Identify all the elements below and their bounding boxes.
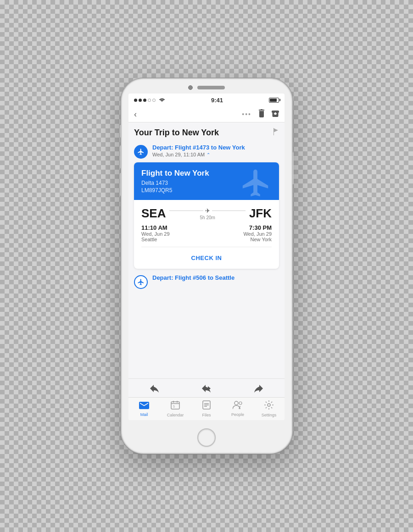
ticket-times: 11:10 AM Wed, Jun 29 Seattle 7:30 PM Wed… [141,224,272,242]
arrive-date: Wed, Jun 29 [243,231,272,237]
home-button[interactable] [197,428,216,447]
signal-dot-1 [134,99,137,102]
tab-settings-label: Settings [262,413,277,417]
home-button-area [122,425,292,453]
tab-people[interactable]: People [222,401,253,417]
trip-title: Your Trip to New York [134,128,219,138]
flight-1-item: Depart: Flight #1473 to New York Wed, Ju… [134,144,279,159]
departure-airport: SEA [141,206,166,221]
flight-duration: 5h 20m [200,215,215,220]
signal-dot-2 [139,99,142,102]
route-middle: ✈ 5h 20m [166,207,249,220]
volume-mute-button[interactable] [120,125,122,138]
reply-all-button[interactable] [198,382,215,395]
signal-area [134,97,165,103]
phone-top-bar [122,79,292,90]
ticket-header: Flight to New York Delta 1473 LM897JQR5 [134,162,279,200]
calendar-icon: 5 [171,400,180,412]
flight-2-icon [134,275,148,289]
nav-actions: ••• [242,109,279,119]
tab-files-label: Files [202,413,211,417]
battery-fill [270,99,277,102]
flag-icon[interactable] [273,128,279,137]
mail-icon [139,401,149,411]
people-icon [233,401,243,411]
flight-1-link[interactable]: Depart: Flight #1473 to New York [152,144,279,151]
back-button[interactable]: ‹ [134,110,137,119]
signal-dot-5 [152,99,156,102]
flight-1-icon [134,145,148,159]
ticket-divider [141,247,272,247]
phone-screen: 9:41 ‹ ••• [128,94,285,420]
main-content: Your Trip to New York Depart: Flight #14… [128,122,285,378]
tab-bar: Mail 5 Calendar [128,397,285,420]
svg-rect-0 [171,402,179,409]
forward-button[interactable] [250,382,267,395]
tab-people-label: People [231,412,244,417]
ticket-route: SEA ✈ 5h 20m JFK [141,206,272,221]
status-bar: 9:41 [128,94,285,106]
arrive-time-block: 7:30 PM Wed, Jun 29 New York [243,224,272,242]
arrival-airport: JFK [249,206,272,221]
tab-files[interactable]: Files [191,400,222,417]
flight-2-info: Depart: Flight #506 to Seattle [152,274,279,282]
power-button[interactable] [292,152,294,184]
battery-icon [269,98,279,103]
wifi-icon [159,97,165,103]
signal-dot-4 [148,99,151,102]
files-icon [202,400,211,412]
phone-shell: 9:41 ‹ ••• [121,78,293,454]
archive-icon[interactable] [272,110,279,119]
trip-header: Your Trip to New York [134,128,279,138]
line-right [212,211,246,211]
route-line: ✈ [169,207,245,214]
signal-dot-3 [143,99,146,102]
depart-time-block: 11:10 AM Wed, Jun 29 Seattle [141,224,170,242]
depart-date: Wed, Jun 29 [141,231,170,237]
svg-point-7 [239,402,242,405]
ticket-body: SEA ✈ 5h 20m JFK 1 [134,200,279,269]
flight-2-link[interactable]: Depart: Flight #506 to Seattle [152,274,279,281]
volume-up-button[interactable] [120,145,122,168]
tab-calendar-label: Calendar [167,413,184,417]
tab-settings[interactable]: Settings [253,400,285,417]
status-time: 9:41 [211,97,223,104]
action-bar [128,378,285,397]
svg-text:5: 5 [173,405,175,408]
flight-1-date: Wed, Jun 29, 11:10 AM [152,152,205,157]
plane-icon: ✈ [205,207,210,214]
reply-button[interactable] [146,382,163,395]
svg-point-8 [268,404,270,406]
nav-bar: ‹ ••• [128,106,285,122]
depart-city: Seattle [141,237,170,242]
arrive-city: New York [251,237,272,242]
check-in-button[interactable]: CHECK IN [141,252,272,262]
flight-2-item: Depart: Flight #506 to Seattle [134,274,279,289]
earpiece-speaker [197,86,225,89]
flight-1-date-row: Wed, Jun 29, 11:10 AM ⌃ [152,152,279,157]
arrive-time: 7:30 PM [249,224,272,231]
front-camera [188,85,193,90]
volume-down-button[interactable] [120,173,122,196]
line-left [169,211,203,211]
ticket-card: Flight to New York Delta 1473 LM897JQR5 … [134,162,279,269]
more-options-button[interactable]: ••• [242,111,251,118]
trash-icon[interactable] [258,109,265,119]
depart-time: 11:10 AM [141,224,170,231]
tab-mail-label: Mail [140,412,148,417]
chevron-up-icon[interactable]: ⌃ [206,152,210,157]
settings-icon [264,400,273,412]
flight-1-info: Depart: Flight #1473 to New York Wed, Ju… [152,144,279,157]
svg-point-6 [234,401,238,405]
tab-mail[interactable]: Mail [128,401,160,417]
tab-calendar[interactable]: 5 Calendar [160,400,191,417]
nav-left: ‹ [134,110,137,119]
battery-area [269,98,279,103]
plane-background-icon [238,167,274,200]
